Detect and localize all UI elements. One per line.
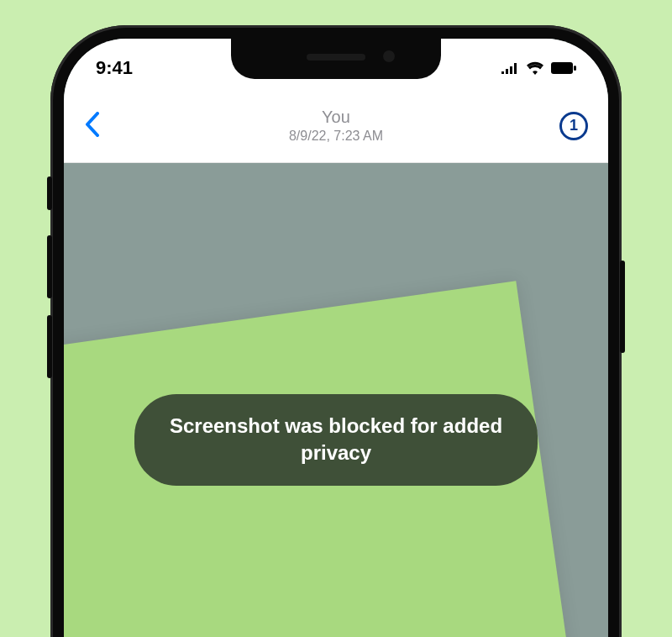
battery-icon: [551, 62, 576, 74]
volume-down-button: [47, 315, 52, 378]
nav-title-group[interactable]: You 8/9/22, 7:23 AM: [289, 108, 383, 144]
privacy-toast: Screenshot was blocked for added privacy: [134, 394, 538, 486]
back-button[interactable]: [84, 110, 99, 142]
badge-number: 1: [570, 117, 578, 134]
svg-rect-1: [574, 66, 576, 71]
silence-switch: [47, 176, 52, 210]
view-count-badge-icon[interactable]: 1: [559, 112, 588, 140]
toast-message: Screenshot was blocked for added privacy: [170, 414, 502, 464]
nav-title: You: [289, 108, 383, 127]
wifi-icon: [526, 61, 544, 75]
svg-rect-0: [551, 62, 573, 74]
power-button: [620, 261, 625, 353]
photo-content-area[interactable]: Screenshot was blocked for added privacy: [64, 163, 608, 637]
phone-screen: 9:41 You 8/9/22, 7:23 AM: [64, 39, 608, 637]
status-icons: [501, 61, 576, 75]
nav-timestamp: 8/9/22, 7:23 AM: [289, 129, 383, 144]
phone-notch: [231, 39, 441, 79]
phone-frame: 9:41 You 8/9/22, 7:23 AM: [50, 25, 622, 637]
cellular-signal-icon: [501, 62, 519, 74]
navigation-bar: You 8/9/22, 7:23 AM 1: [64, 89, 608, 163]
status-time: 9:41: [96, 57, 133, 79]
volume-up-button: [47, 235, 52, 298]
